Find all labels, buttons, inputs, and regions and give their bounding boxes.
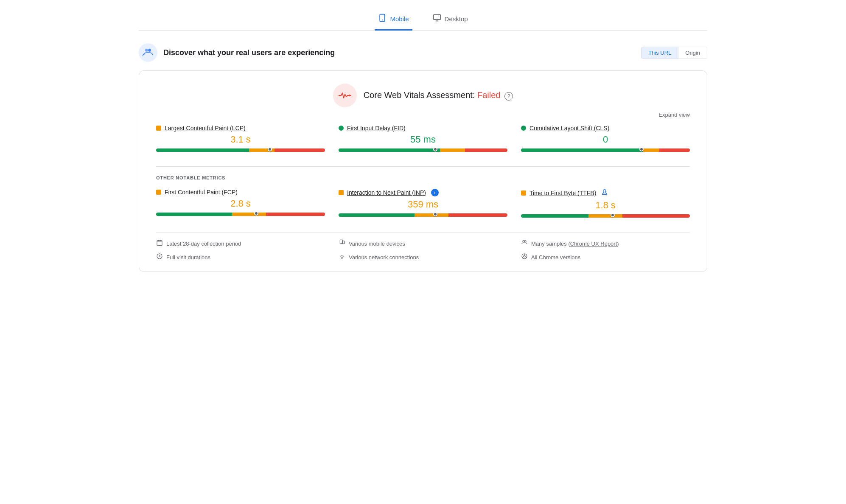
fcp-progress-bar — [156, 213, 325, 216]
fcp-marker — [254, 211, 258, 216]
expand-view-link[interactable]: Expand view — [658, 112, 690, 118]
footer-samples: Many samples (Chrome UX Report) — [521, 239, 690, 248]
tab-desktop[interactable]: Desktop — [429, 8, 471, 31]
metric-lcp-label: Largest Contentful Paint (LCP) — [156, 125, 325, 132]
ttfb-status-dot — [521, 190, 526, 196]
lcp-bar-green — [156, 148, 249, 152]
metric-lcp: Largest Contentful Paint (LCP) 3.1 s — [156, 125, 325, 154]
fid-bar-green — [339, 148, 440, 152]
other-metrics-grid: First Contentful Paint (FCP) 2.8 s — [156, 189, 690, 220]
fcp-bar-red — [266, 213, 325, 216]
lcp-status-dot — [156, 126, 161, 131]
url-origin-toggle: This URL Origin — [641, 47, 707, 59]
lcp-marker-pin — [268, 147, 272, 151]
inp-progress-bar — [339, 213, 507, 217]
footer-network: Various network connections — [339, 253, 507, 261]
inp-status-dot — [339, 190, 344, 195]
cls-bar-orange — [643, 148, 660, 152]
footer-network-text: Various network connections — [349, 254, 419, 260]
footer-devices-text: Various mobile devices — [349, 241, 405, 247]
inp-bar-green — [339, 213, 415, 217]
fid-status-dot — [339, 126, 344, 131]
svg-point-22 — [524, 255, 525, 257]
svg-point-6 — [145, 49, 148, 52]
cls-marker — [639, 147, 644, 151]
fid-bar — [339, 148, 507, 152]
svg-marker-8 — [349, 94, 351, 97]
footer-collection-period: Latest 28-day collection period — [156, 239, 325, 248]
cls-name[interactable]: Cumulative Layout Shift (CLS) — [529, 125, 609, 132]
tab-bar: Mobile Desktop — [139, 8, 707, 31]
ttfb-value: 1.8 s — [521, 200, 690, 211]
origin-button[interactable]: Origin — [678, 47, 707, 59]
metric-fid-label: First Input Delay (FID) — [339, 125, 507, 132]
svg-rect-10 — [157, 241, 162, 246]
samples-icon — [521, 239, 528, 248]
metric-fcp-label: First Contentful Paint (FCP) — [156, 189, 325, 196]
fid-name[interactable]: First Input Delay (FID) — [347, 125, 406, 132]
fcp-marker-pin — [254, 211, 258, 216]
fcp-value: 2.8 s — [156, 198, 325, 209]
footer-samples-text: Many samples (Chrome UX Report) — [531, 241, 619, 247]
metric-ttfb: Time to First Byte (TTFB) 1.8 s — [521, 189, 690, 220]
ttfb-marker-pin — [611, 213, 615, 217]
svg-rect-3 — [433, 15, 440, 20]
footer-chrome-text: All Chrome versions — [531, 254, 580, 260]
wifi-icon — [339, 253, 345, 261]
footer-duration-text: Full visit durations — [166, 254, 210, 260]
calendar-icon — [156, 239, 163, 248]
desktop-icon — [433, 14, 441, 24]
help-icon[interactable]: ? — [504, 92, 513, 101]
page-title: Discover what your real users are experi… — [163, 48, 335, 57]
fcp-bar-green — [156, 213, 232, 216]
fid-marker-pin — [433, 147, 437, 151]
cls-progress-bar — [521, 148, 690, 152]
fcp-status-dot — [156, 190, 161, 195]
fid-progress-bar — [339, 148, 507, 152]
inp-marker-pin — [433, 212, 437, 216]
avatar-icon — [139, 43, 157, 62]
expand-row: Expand view — [156, 112, 690, 118]
core-metrics-grid: Largest Contentful Paint (LCP) 3.1 s — [156, 125, 690, 154]
fid-bar-red — [465, 148, 507, 152]
this-url-button[interactable]: This URL — [642, 47, 678, 59]
footer-chrome: All Chrome versions — [521, 253, 690, 261]
tab-mobile-label: Mobile — [390, 15, 409, 22]
other-metrics-label: OTHER NOTABLE METRICS — [156, 175, 690, 180]
svg-rect-15 — [342, 241, 345, 244]
metric-cls-label: Cumulative Layout Shift (CLS) — [521, 125, 690, 132]
ttfb-bar-red — [622, 214, 690, 218]
metric-fid: First Input Delay (FID) 55 ms — [339, 125, 507, 154]
inp-value: 359 ms — [339, 199, 507, 210]
assessment-prefix: Core Web Vitals Assessment: — [364, 90, 477, 100]
footer-mobile-devices: Various mobile devices — [339, 239, 507, 248]
footer-visit-duration: Full visit durations — [156, 253, 325, 261]
tab-mobile[interactable]: Mobile — [375, 8, 412, 31]
fcp-name[interactable]: First Contentful Paint (FCP) — [165, 189, 238, 196]
metric-ttfb-label: Time to First Byte (TTFB) — [521, 189, 690, 197]
ttfb-marker — [611, 213, 615, 217]
mobile-icon — [378, 14, 387, 24]
metric-cls: Cumulative Layout Shift (CLS) 0 — [521, 125, 690, 154]
ttfb-bar — [521, 214, 690, 218]
ttfb-name[interactable]: Time to First Byte (TTFB) — [529, 190, 596, 196]
clock-icon — [156, 253, 163, 261]
inp-bar-red — [448, 213, 507, 217]
lcp-progress-bar — [156, 148, 325, 152]
metric-fcp: First Contentful Paint (FCP) 2.8 s — [156, 189, 325, 220]
chrome-ux-report-link[interactable]: Chrome UX Report — [570, 241, 617, 247]
cls-bar-red — [659, 148, 690, 152]
fid-marker — [433, 147, 437, 151]
cls-status-dot — [521, 126, 526, 131]
assessment-icon — [333, 84, 357, 107]
header-left: Discover what your real users are experi… — [139, 43, 335, 62]
metric-inp-label: Interaction to Next Paint (INP) i — [339, 189, 507, 196]
svg-point-2 — [382, 20, 383, 21]
cls-bar-green — [521, 148, 643, 152]
inp-info-icon[interactable]: i — [431, 189, 439, 196]
inp-name[interactable]: Interaction to Next Paint (INP) — [347, 189, 426, 196]
chrome-icon — [521, 253, 528, 261]
footer-grid: Latest 28-day collection period Various … — [156, 232, 690, 261]
lcp-name[interactable]: Largest Contentful Paint (LCP) — [165, 125, 246, 132]
fid-value: 55 ms — [339, 134, 507, 145]
